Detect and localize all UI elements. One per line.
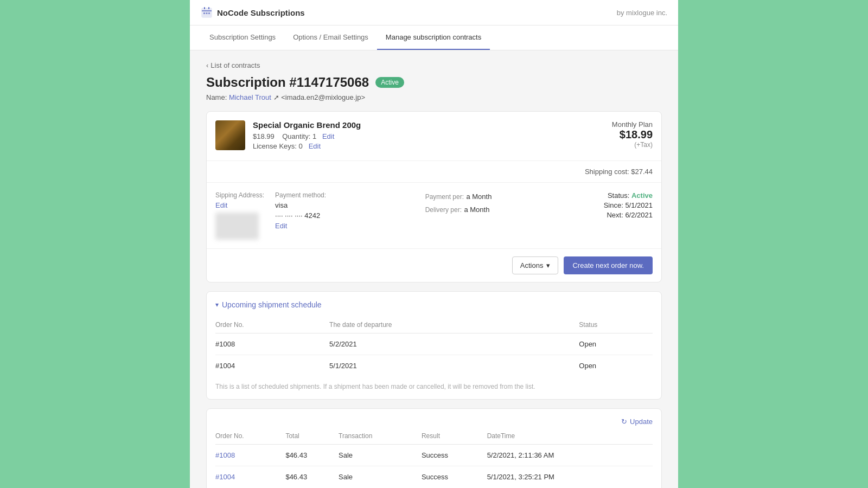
shipment-date-1: 5/2/2021 xyxy=(329,333,579,355)
product-section: Special Organic Brend 200g $18.99 Quanti… xyxy=(207,112,661,160)
delivery-per-value: a Month xyxy=(464,206,489,214)
svg-rect-4 xyxy=(203,12,205,14)
shipping-edit-link[interactable]: Edit xyxy=(215,201,227,209)
shipment-order-no-1: #1008 xyxy=(215,333,329,355)
next-value: 6/2/2021 xyxy=(625,211,653,219)
payment-type: visa xyxy=(275,201,414,209)
col-order-no: Order No. xyxy=(215,317,329,333)
shipment-note: This is a list of scheduled shipments. I… xyxy=(215,383,653,390)
card-masked: ···· ···· ···· 4242 xyxy=(275,211,414,220)
payment-method-label: Payment method: xyxy=(275,191,414,199)
nav-tabs: Subscription Settings Options / Email Se… xyxy=(190,25,678,50)
license-label: License Keys: xyxy=(253,142,297,150)
shipment-table: Order No. The date of departure Status #… xyxy=(215,317,653,376)
since-label: Since: xyxy=(604,201,623,209)
since-value: 5/1/2021 xyxy=(625,201,653,209)
col-tx-order-no: Order No. xyxy=(215,428,285,445)
main-content: ‹ List of contracts Subscription #114717… xyxy=(190,50,678,488)
update-button[interactable]: ↻ Update xyxy=(621,418,653,426)
actions-button-label: Actions xyxy=(520,261,544,269)
svg-rect-2 xyxy=(208,7,209,9)
transactions-card: ↻ Update Order No. Total Transaction Res… xyxy=(206,408,662,488)
shipping-cost: $27.44 xyxy=(631,168,653,176)
chevron-down-icon: ▾ xyxy=(546,261,550,269)
chevron-left-icon: ‹ xyxy=(206,61,208,69)
payment-per-value: a Month xyxy=(466,192,492,201)
col-tx-total: Total xyxy=(285,428,339,445)
tax-note: (+Tax) xyxy=(612,141,653,149)
product-details: Special Organic Brend 200g $18.99 Quanti… xyxy=(253,120,604,152)
shipment-schedule-toggle[interactable]: ▾ Upcoming shipment schedule xyxy=(215,300,653,309)
tab-options-email-settings[interactable]: Options / Email Settings xyxy=(284,25,377,50)
status-active: Active xyxy=(631,191,653,200)
page-title: Subscription #1147175068 xyxy=(206,75,369,90)
table-row: #1004 5/1/2021 Open xyxy=(215,355,653,377)
product-price-meta: $18.99 Quantity: 1 Edit xyxy=(253,132,604,140)
tx-total-2: $46.43 xyxy=(285,466,339,488)
app-by: by mixlogue inc. xyxy=(617,9,667,17)
tx-datetime-1: 5/2/2021, 2:11:36 AM xyxy=(487,445,653,466)
status-badge: Active xyxy=(375,77,404,88)
actions-button[interactable]: Actions ▾ xyxy=(512,256,559,274)
product-card: Special Organic Brend 200g $18.99 Quanti… xyxy=(206,111,662,282)
shipping-address-blurred xyxy=(215,213,259,240)
top-bar: NoCode Subscriptions by mixlogue inc. xyxy=(190,0,678,25)
tx-datetime-2: 5/1/2021, 3:25:21 PM xyxy=(487,466,653,488)
payment-group: Payment method: visa ···· ···· ···· 4242… xyxy=(275,191,425,240)
shipment-schedule-label: Upcoming shipment schedule xyxy=(222,300,322,309)
transactions-table: Order No. Total Transaction Result DateT… xyxy=(215,428,653,487)
details-section: Sipping Address: Edit Payment method: vi… xyxy=(207,182,661,248)
tx-order-link-2[interactable]: #1004 xyxy=(215,473,235,481)
payment-info: visa ···· ···· ···· 4242 Edit xyxy=(275,201,414,230)
shipment-status-2: Open xyxy=(579,355,653,377)
next-line: Next: 6/2/2021 xyxy=(502,211,653,219)
tab-manage-contracts[interactable]: Manage subscription contracts xyxy=(377,25,490,50)
shipping-row: Shipping cost: $27.44 xyxy=(207,160,661,182)
shipping-address-label: Sipping Address: xyxy=(215,191,264,199)
payment-edit-link[interactable]: Edit xyxy=(275,222,414,230)
app-container: NoCode Subscriptions by mixlogue inc. Su… xyxy=(190,0,678,488)
tx-result-1: Success xyxy=(422,445,487,466)
tab-subscription-settings[interactable]: Subscription Settings xyxy=(201,25,284,50)
external-link-icon: ➚ xyxy=(273,93,282,101)
customer-name[interactable]: Michael Trout xyxy=(229,93,271,101)
license-value: 0 xyxy=(299,142,303,150)
quantity-label: Quantity: xyxy=(282,132,310,140)
product-image xyxy=(215,120,245,150)
tx-order-link-1[interactable]: #1008 xyxy=(215,451,235,459)
app-name: NoCode Subscriptions xyxy=(217,8,305,17)
tx-total-1: $46.43 xyxy=(285,445,339,466)
name-label: Name: xyxy=(206,93,229,101)
status-section: Status: Active Since: 5/1/2021 Next: 6/2… xyxy=(502,191,653,240)
svg-rect-6 xyxy=(208,12,210,14)
plan-price: $18.99 xyxy=(612,129,653,141)
table-row: #1008 5/2/2021 Open xyxy=(215,333,653,355)
status-label: Status: xyxy=(608,191,629,200)
next-label: Next: xyxy=(607,211,623,219)
refresh-icon: ↻ xyxy=(621,418,627,426)
app-logo: NoCode Subscriptions xyxy=(201,7,305,18)
product-price: $18.99 xyxy=(253,132,275,140)
chevron-down-icon-toggle: ▾ xyxy=(215,301,219,309)
table-row: #1004 $46.43 Sale Success 5/1/2021, 3:25… xyxy=(215,466,653,488)
payment-per-row: Payment per: a Month xyxy=(425,191,492,201)
back-link[interactable]: ‹ List of contracts xyxy=(206,61,662,69)
page-header: Subscription #1147175068 Active xyxy=(206,75,662,90)
update-label: Update xyxy=(630,418,653,426)
quantity-edit-link[interactable]: Edit xyxy=(322,132,334,140)
shipment-order-no-2: #1004 xyxy=(215,355,329,377)
period-group: Payment per: a Month Delivery per: a Mon… xyxy=(425,191,503,240)
tx-transaction-1: Sale xyxy=(339,445,422,466)
actions-row: Actions ▾ Create next order now. xyxy=(207,248,661,282)
delivery-per-label: Delivery per: xyxy=(425,206,462,214)
delivery-per-row: Delivery per: a Month xyxy=(425,204,492,214)
product-price-section: Monthly Plan $18.99 (+Tax) xyxy=(612,120,653,149)
tx-result-2: Success xyxy=(422,466,487,488)
shipping-label: Shipping cost: xyxy=(585,168,629,176)
col-tx-transaction: Transaction xyxy=(339,428,422,445)
create-order-button[interactable]: Create next order now. xyxy=(564,256,653,274)
breadcrumb-label: List of contracts xyxy=(210,61,260,69)
license-edit-link[interactable]: Edit xyxy=(309,142,321,150)
shipment-schedule-card: ▾ Upcoming shipment schedule Order No. T… xyxy=(206,291,662,400)
tx-transaction-2: Sale xyxy=(339,466,422,488)
